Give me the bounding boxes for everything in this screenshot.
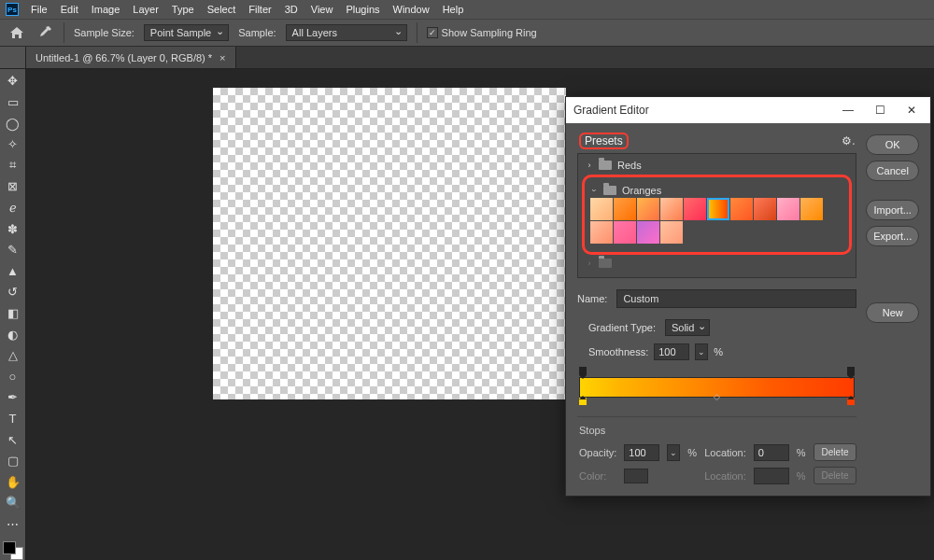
marquee-tool-icon[interactable]: ▭ [2, 93, 24, 112]
zoom-tool-icon[interactable]: 🔍 [2, 494, 24, 512]
gradient-type-label: Gradient Type: [588, 322, 656, 333]
folder-oranges[interactable]: › Oranges [590, 183, 843, 198]
chevron-right-icon: › [586, 259, 593, 268]
gradient-swatch[interactable] [800, 198, 823, 220]
import-button[interactable]: Import... [866, 200, 919, 220]
gradient-swatch[interactable] [684, 198, 706, 220]
gradient-swatch[interactable] [590, 198, 613, 220]
transparency-checker [213, 88, 566, 399]
name-input[interactable] [616, 289, 856, 308]
gradient-swatch[interactable] [637, 198, 659, 220]
close-icon[interactable]: ✕ [900, 104, 923, 117]
opacity-stepper[interactable]: ⌄ [667, 444, 680, 461]
gradient-tool-icon[interactable]: ◐ [2, 325, 24, 343]
menu-3d[interactable]: 3D [278, 4, 304, 15]
gradient-swatch[interactable] [637, 221, 659, 244]
opacity-input[interactable] [624, 444, 659, 461]
crop-tool-icon[interactable]: ⌗ [2, 156, 24, 175]
smoothness-input[interactable] [654, 343, 689, 360]
folder-collapsed[interactable]: › [582, 255, 852, 272]
sample-select[interactable]: All Layers [286, 24, 407, 41]
minimize-icon[interactable]: — [837, 104, 859, 117]
more-tools-icon[interactable]: ⋯ [2, 515, 24, 534]
color-swatch[interactable] [3, 541, 23, 560]
menu-plugins[interactable]: Plugins [339, 4, 386, 15]
menu-window[interactable]: Window [387, 4, 436, 15]
gradient-swatch[interactable] [614, 198, 636, 220]
blur-tool-icon[interactable]: △ [2, 346, 24, 365]
home-icon[interactable] [7, 23, 26, 42]
path-select-icon[interactable]: ↖ [2, 430, 24, 449]
document-tab[interactable]: Untitled-1 @ 66.7% (Layer 0, RGB/8) * × [26, 47, 236, 68]
folder-icon [599, 259, 612, 268]
color-well[interactable] [624, 469, 648, 483]
menu-layer[interactable]: Layer [126, 4, 165, 15]
menu-edit[interactable]: Edit [54, 4, 85, 15]
gradient-swatch[interactable] [754, 198, 776, 220]
shape-tool-icon[interactable]: ▢ [2, 452, 24, 470]
presets-label: Presets [585, 134, 623, 147]
gradient-swatch[interactable] [707, 198, 729, 220]
brush-tool-icon[interactable]: ✎ [2, 241, 24, 259]
eraser-tool-icon[interactable]: ◧ [2, 304, 24, 323]
color-stop-right[interactable] [847, 398, 855, 405]
ok-button[interactable]: OK [866, 134, 919, 155]
pct-label: % [687, 447, 697, 458]
location-input[interactable] [754, 444, 789, 461]
gradient-swatch[interactable] [660, 198, 683, 220]
sample-label: Sample: [238, 27, 276, 38]
menu-select[interactable]: Select [201, 4, 243, 15]
dodge-tool-icon[interactable]: ○ [2, 368, 24, 386]
gradient-swatch[interactable] [590, 221, 613, 244]
cancel-button[interactable]: Cancel [866, 161, 919, 181]
stamp-tool-icon[interactable]: ▲ [2, 261, 24, 280]
midpoint-icon[interactable]: ◇ [714, 392, 720, 401]
maximize-icon[interactable]: ☐ [869, 104, 891, 117]
menu-image[interactable]: Image [85, 4, 127, 15]
opacity-stop-left[interactable] [579, 367, 587, 375]
document-canvas[interactable] [213, 88, 566, 399]
fg-color[interactable] [3, 541, 16, 554]
show-ring-checkbox[interactable]: ✓ [427, 27, 438, 38]
opacity-stop-right[interactable] [847, 367, 855, 375]
eyedropper-icon[interactable] [35, 23, 54, 42]
folder-reds[interactable]: › Reds [582, 158, 852, 173]
heal-tool-icon[interactable]: ✽ [2, 219, 24, 238]
wand-tool-icon[interactable]: ✧ [2, 135, 24, 154]
type-tool-icon[interactable]: T [2, 410, 24, 428]
close-tab-icon[interactable]: × [219, 52, 225, 63]
gradient-swatch[interactable] [777, 198, 800, 220]
presets-gear-icon[interactable]: ⚙. [842, 134, 855, 147]
menu-bar: Ps File Edit Image Layer Type Select Fil… [0, 0, 934, 19]
history-brush-icon[interactable]: ↺ [2, 283, 24, 301]
menu-file[interactable]: File [24, 4, 54, 15]
menu-type[interactable]: Type [165, 4, 201, 15]
move-tool-icon[interactable]: ✥ [2, 72, 24, 91]
sample-size-select[interactable]: Point Sample [144, 24, 229, 41]
chevron-right-icon: › [586, 161, 593, 170]
menu-help[interactable]: Help [436, 4, 471, 15]
tab-title: Untitled-1 @ 66.7% (Layer 0, RGB/8) * [35, 52, 212, 63]
color-label: Color: [579, 470, 616, 482]
export-button[interactable]: Export... [866, 226, 919, 246]
stops-header: Stops [579, 425, 856, 436]
folder-icon [599, 161, 612, 170]
gradient-type-select[interactable]: Solid [665, 319, 710, 336]
eyedropper-tool-icon[interactable]: ℯ [2, 199, 24, 217]
lasso-tool-icon[interactable]: ◯ [2, 114, 24, 133]
pen-tool-icon[interactable]: ✒ [2, 388, 24, 407]
dialog-title-bar[interactable]: Gradient Editor — ☐ ✕ [566, 97, 930, 123]
menu-view[interactable]: View [304, 4, 340, 15]
gradient-swatch[interactable] [660, 221, 683, 244]
delete-opacity-stop-button[interactable]: Delete [814, 443, 857, 461]
gradient-editor-area: ◇ [577, 368, 856, 409]
menu-filter[interactable]: Filter [242, 4, 277, 15]
frame-tool-icon[interactable]: ⊠ [2, 177, 24, 196]
gradient-swatch[interactable] [614, 221, 636, 244]
color-stop-left[interactable] [579, 398, 587, 405]
new-button[interactable]: New [866, 302, 919, 323]
gradient-editor-dialog: Gradient Editor — ☐ ✕ Presets ⚙. › Reds [565, 96, 931, 497]
hand-tool-icon[interactable]: ✋ [2, 473, 24, 492]
smoothness-stepper[interactable]: ⌄ [695, 343, 708, 360]
gradient-swatch[interactable] [730, 198, 753, 220]
